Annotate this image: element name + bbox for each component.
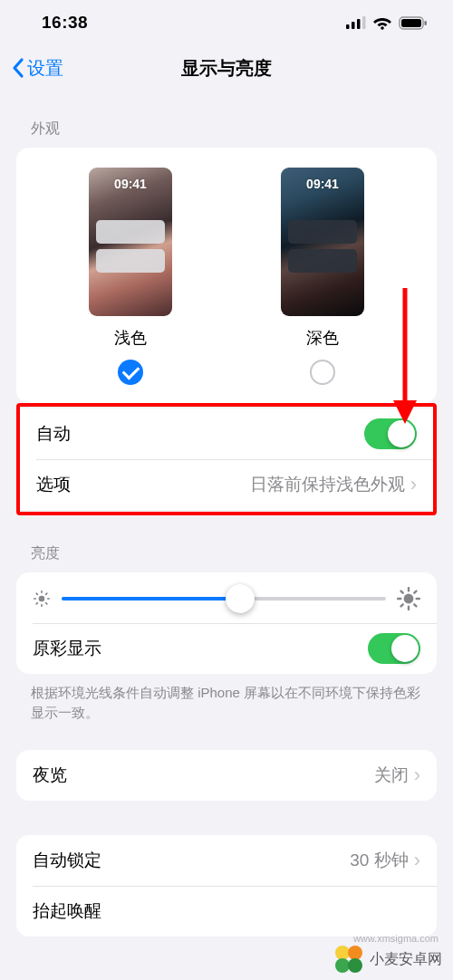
svg-point-19 bbox=[404, 594, 414, 604]
annotation-highlight-box: 自动 选项 日落前保持浅色外观 › bbox=[16, 403, 437, 515]
watermark-url: www.xmsigma.com bbox=[353, 933, 439, 944]
slider-thumb[interactable] bbox=[226, 584, 255, 613]
svg-point-4 bbox=[381, 26, 384, 30]
auto-options-group: 自动 选项 日落前保持浅色外观 › bbox=[20, 408, 433, 510]
svg-line-25 bbox=[414, 604, 416, 606]
brightness-slider-row bbox=[16, 572, 437, 623]
auto-appearance-row[interactable]: 自动 bbox=[20, 408, 433, 459]
light-radio-checked[interactable] bbox=[118, 360, 143, 385]
chevron-right-icon: › bbox=[414, 764, 420, 787]
auto-toggle[interactable] bbox=[364, 418, 417, 449]
thumb-time: 09:41 bbox=[281, 177, 364, 191]
status-time: 16:38 bbox=[42, 13, 88, 33]
appearance-group: 09:41 浅色 09:41 深色 bbox=[16, 148, 437, 403]
svg-rect-2 bbox=[357, 19, 361, 29]
dark-radio[interactable] bbox=[310, 360, 335, 385]
svg-rect-3 bbox=[362, 16, 366, 29]
svg-line-27 bbox=[414, 591, 416, 593]
lock-group: 自动锁定 30 秒钟 › 抬起唤醒 bbox=[16, 835, 437, 937]
svg-rect-7 bbox=[425, 21, 427, 25]
nightshift-value: 关闭 bbox=[374, 764, 409, 787]
truetone-label: 原彩显示 bbox=[33, 637, 101, 660]
page-title: 显示与亮度 bbox=[0, 56, 453, 81]
truetone-toggle[interactable] bbox=[368, 633, 420, 664]
light-preview-thumb: 09:41 bbox=[89, 168, 172, 316]
svg-rect-1 bbox=[352, 22, 355, 29]
svg-line-15 bbox=[36, 593, 37, 594]
svg-line-26 bbox=[401, 604, 403, 606]
sun-small-icon bbox=[33, 590, 51, 608]
truetone-footnote: 根据环境光线条件自动调整 iPhone 屏幕以在不同环境下保持色彩显示一致。 bbox=[0, 674, 453, 723]
nightshift-label: 夜览 bbox=[33, 764, 67, 787]
svg-rect-0 bbox=[346, 24, 350, 29]
light-label: 浅色 bbox=[114, 327, 147, 349]
appearance-previews: 09:41 浅色 09:41 深色 bbox=[16, 148, 437, 403]
watermark: 小麦安卓网 bbox=[333, 944, 442, 975]
section-header-brightness: 亮度 bbox=[0, 515, 453, 572]
svg-line-16 bbox=[46, 603, 47, 604]
raise-label: 抬起唤醒 bbox=[33, 899, 101, 923]
nightshift-row[interactable]: 夜览 关闭 › bbox=[16, 750, 437, 801]
svg-line-17 bbox=[36, 603, 37, 604]
watermark-text: 小麦安卓网 bbox=[370, 950, 442, 969]
autolock-row[interactable]: 自动锁定 30 秒钟 › bbox=[16, 835, 437, 886]
chevron-right-icon: › bbox=[410, 473, 417, 496]
watermark-logo-icon bbox=[333, 944, 364, 975]
svg-line-24 bbox=[401, 591, 403, 593]
options-row[interactable]: 选项 日落前保持浅色外观 › bbox=[20, 459, 433, 510]
options-label: 选项 bbox=[36, 473, 71, 496]
dark-preview-thumb: 09:41 bbox=[281, 168, 364, 316]
status-bar: 16:38 bbox=[0, 0, 453, 45]
options-value: 日落前保持浅色外观 bbox=[250, 473, 405, 496]
appearance-option-dark[interactable]: 09:41 深色 bbox=[281, 168, 364, 385]
svg-line-18 bbox=[46, 593, 47, 594]
wifi-icon bbox=[372, 15, 392, 30]
brightness-slider[interactable] bbox=[62, 597, 386, 600]
appearance-option-light[interactable]: 09:41 浅色 bbox=[89, 168, 172, 385]
status-icons bbox=[346, 15, 428, 30]
sun-large-icon bbox=[397, 587, 420, 610]
section-header-appearance: 外观 bbox=[0, 91, 453, 148]
svg-point-10 bbox=[39, 596, 45, 602]
autolock-value: 30 秒钟 bbox=[350, 849, 408, 872]
brightness-group: 原彩显示 bbox=[16, 572, 437, 674]
back-button[interactable]: 设置 bbox=[11, 56, 63, 81]
svg-rect-6 bbox=[401, 19, 421, 27]
autolock-label: 自动锁定 bbox=[33, 849, 101, 872]
dark-label: 深色 bbox=[306, 327, 339, 349]
nightshift-group: 夜览 关闭 › bbox=[16, 750, 437, 801]
raise-to-wake-row[interactable]: 抬起唤醒 bbox=[16, 886, 437, 937]
nav-bar: 设置 显示与亮度 bbox=[0, 45, 453, 91]
chevron-left-icon bbox=[11, 57, 25, 79]
truetone-row[interactable]: 原彩显示 bbox=[16, 623, 437, 674]
cellular-icon bbox=[346, 16, 366, 29]
auto-label: 自动 bbox=[36, 422, 71, 446]
battery-icon bbox=[399, 16, 428, 30]
back-label: 设置 bbox=[27, 56, 63, 81]
thumb-time: 09:41 bbox=[89, 177, 172, 191]
chevron-right-icon: › bbox=[414, 849, 420, 872]
